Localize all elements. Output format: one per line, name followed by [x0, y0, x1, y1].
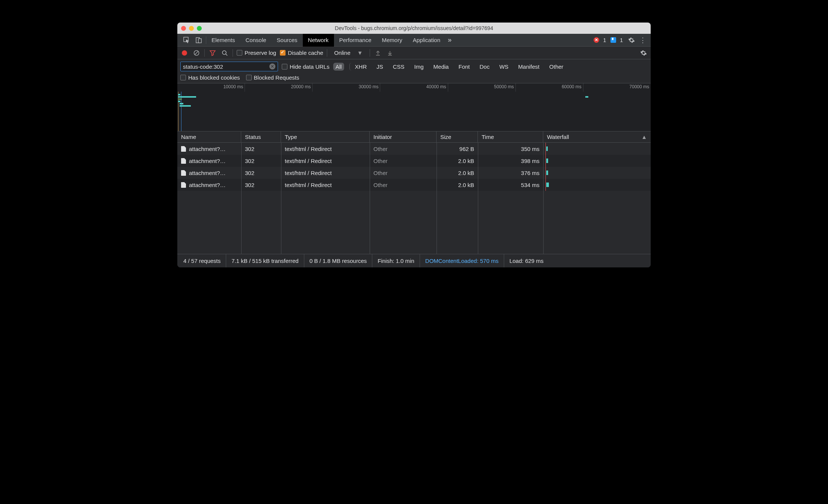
type-filter-doc[interactable]: Doc	[477, 63, 492, 71]
timeline-overview[interactable]: 10000 ms 20000 ms 30000 ms 40000 ms 5000…	[177, 83, 651, 131]
tick-label: 20000 ms	[291, 84, 311, 89]
document-icon	[181, 170, 186, 176]
document-icon	[181, 182, 186, 188]
table-row[interactable]: attachment?… 302 text/html / Redirect Ot…	[177, 143, 651, 155]
document-icon	[181, 158, 186, 164]
status-transferred: 7.1 kB / 515 kB transferred	[226, 254, 304, 267]
search-icon[interactable]	[221, 49, 229, 57]
col-header-waterfall[interactable]: Waterfall ▲	[543, 131, 651, 142]
hide-data-urls-checkbox[interactable]: Hide data URLs	[282, 63, 329, 70]
status-resources: 0 B / 1.8 MB resources	[304, 254, 373, 267]
throttling-select[interactable]: Online ▼	[331, 50, 366, 56]
col-header-size[interactable]: Size	[437, 131, 478, 142]
type-filter-js[interactable]: JS	[374, 63, 385, 71]
tab-performance[interactable]: Performance	[334, 34, 377, 47]
error-badge-icon[interactable]: ✕	[594, 37, 599, 43]
network-settings-gear-icon[interactable]	[639, 49, 648, 57]
waterfall-cell	[543, 155, 651, 167]
preserve-log-checkbox[interactable]: Preserve log	[237, 50, 276, 56]
overview-bars	[177, 92, 651, 131]
has-blocked-cookies-label: Has blocked cookies	[188, 74, 240, 81]
filter-input[interactable]	[183, 63, 269, 70]
clear-filter-icon[interactable]: ✕	[269, 63, 275, 69]
preserve-log-label: Preserve log	[245, 50, 276, 56]
tick-label: 10000 ms	[223, 84, 243, 89]
has-blocked-cookies-checkbox[interactable]: Has blocked cookies	[180, 74, 240, 81]
filter-toggle-icon[interactable]	[209, 49, 217, 57]
col-header-name[interactable]: Name	[177, 131, 241, 142]
type-filter-media[interactable]: Media	[431, 63, 451, 71]
tick-label: 70000 ms	[629, 84, 649, 89]
tick-label: 50000 ms	[494, 84, 514, 89]
col-header-status[interactable]: Status	[241, 131, 281, 142]
separator	[327, 49, 327, 57]
filter-input-wrap[interactable]: ✕	[180, 62, 278, 71]
settings-gear-icon[interactable]	[627, 36, 636, 44]
blocked-requests-label: Blocked Requests	[254, 74, 299, 81]
tick-label: 30000 ms	[359, 84, 379, 89]
col-header-time[interactable]: Time	[478, 131, 543, 142]
type-filter-img[interactable]: Img	[412, 63, 426, 71]
network-table-body: attachment?… 302 text/html / Redirect Ot…	[177, 143, 651, 254]
status-load: Load: 629 ms	[504, 254, 549, 267]
separator	[370, 49, 370, 57]
chevron-down-icon: ▼	[357, 50, 363, 56]
main-tabbar: Elements Console Sources Network Perform…	[177, 34, 651, 47]
tab-application[interactable]: Application	[408, 34, 446, 47]
status-requests: 4 / 57 requests	[182, 254, 226, 267]
separator	[233, 49, 233, 57]
type-filter-ws[interactable]: WS	[497, 63, 511, 71]
message-badge-icon[interactable]: ▘	[610, 37, 616, 43]
type-filter-group: All XHR JS CSS Img Media Font Doc WS Man…	[333, 63, 566, 71]
device-toolbar-icon[interactable]	[195, 36, 203, 44]
col-header-type[interactable]: Type	[281, 131, 370, 142]
sort-indicator-icon: ▲	[641, 134, 647, 140]
devtools-window: DevTools - bugs.chromium.org/p/chromium/…	[177, 23, 651, 267]
tab-console[interactable]: Console	[240, 34, 272, 47]
tab-network[interactable]: Network	[303, 34, 334, 47]
svg-line-6	[226, 54, 227, 56]
type-filter-css[interactable]: CSS	[391, 63, 407, 71]
filter-bar: ✕ Hide data URLs All XHR JS CSS Img Medi…	[177, 59, 651, 83]
type-filter-other[interactable]: Other	[547, 63, 566, 71]
blocked-requests-checkbox[interactable]: Blocked Requests	[246, 74, 299, 81]
record-button[interactable]	[180, 49, 189, 57]
status-domcontentloaded: DOMContentLoaded: 570 ms	[420, 254, 504, 267]
upload-har-icon[interactable]	[374, 49, 382, 57]
tab-elements[interactable]: Elements	[206, 34, 240, 47]
type-filter-manifest[interactable]: Manifest	[516, 63, 542, 71]
tick-label: 40000 ms	[426, 84, 446, 89]
svg-point-5	[222, 51, 226, 54]
clear-button[interactable]	[192, 49, 201, 57]
status-bar: 4 / 57 requests 7.1 kB / 515 kB transfer…	[177, 254, 651, 267]
svg-line-4	[195, 51, 198, 54]
waterfall-cell	[543, 167, 651, 179]
table-row[interactable]: attachment?… 302 text/html / Redirect Ot…	[177, 167, 651, 179]
document-icon	[181, 146, 186, 152]
more-tabs-icon[interactable]: »	[446, 36, 454, 44]
table-row[interactable]: attachment?… 302 text/html / Redirect Ot…	[177, 155, 651, 167]
more-menu-icon[interactable]: ⋮	[639, 36, 647, 44]
window-titlebar: DevTools - bugs.chromium.org/p/chromium/…	[177, 23, 651, 34]
tab-memory[interactable]: Memory	[377, 34, 408, 47]
type-filter-font[interactable]: Font	[456, 63, 472, 71]
tab-sources[interactable]: Sources	[272, 34, 303, 47]
network-table-header: Name Status Type Initiator Size Time Wat…	[177, 131, 651, 143]
network-toolbar: Preserve log Disable cache Online ▼	[177, 47, 651, 59]
type-filter-all[interactable]: All	[333, 63, 344, 71]
waterfall-cell	[543, 179, 651, 191]
inspect-element-icon[interactable]	[183, 36, 191, 44]
disable-cache-checkbox[interactable]: Disable cache	[280, 50, 323, 56]
svg-rect-2	[198, 39, 201, 43]
message-count: 1	[620, 37, 623, 43]
type-filter-xhr[interactable]: XHR	[349, 63, 369, 71]
throttling-value: Online	[334, 50, 350, 56]
error-count: 1	[603, 37, 606, 43]
col-header-initiator[interactable]: Initiator	[370, 131, 437, 142]
download-har-icon[interactable]	[386, 49, 394, 57]
status-finish: Finish: 1.0 min	[372, 254, 420, 267]
window-title: DevTools - bugs.chromium.org/p/chromium/…	[177, 25, 651, 31]
tick-label: 60000 ms	[562, 84, 582, 89]
table-row[interactable]: attachment?… 302 text/html / Redirect Ot…	[177, 179, 651, 191]
separator	[204, 49, 205, 57]
